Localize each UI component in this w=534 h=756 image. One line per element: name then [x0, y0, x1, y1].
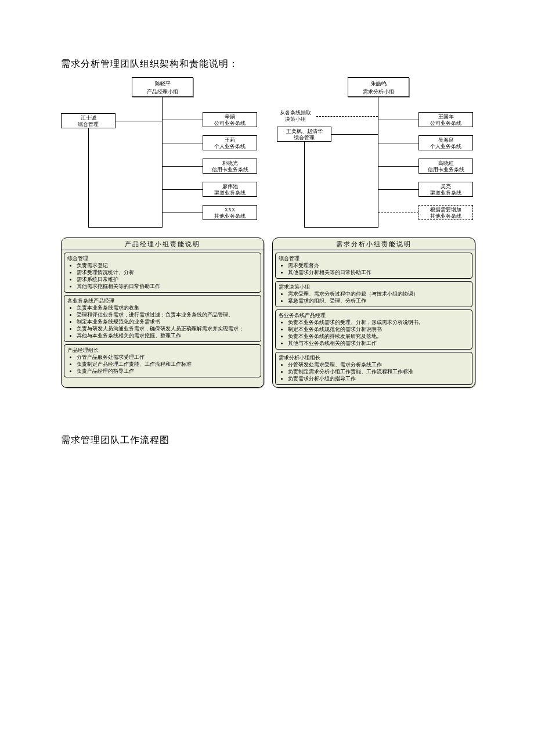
right-r-name-3: 吴亮: [441, 183, 451, 189]
resp-left-section-item: 其他需求挖掘相关等的日常协助工作: [77, 283, 258, 290]
left-mgmt-role: 综合管理: [78, 121, 99, 127]
left-r-box-3: 廖伟池 渠道业务条线: [203, 182, 257, 197]
line-r2: [163, 166, 203, 167]
resp-right-section-item: 紧急需求的组织、受理、分析工作: [288, 297, 469, 304]
resp-left-section-list-0: 负责需求登记需求受理情况统计、分析需求系统日常维护其他需求挖掘相关等的日常协助工…: [67, 262, 258, 290]
bottom-line-l: [88, 227, 163, 228]
right-left-line: [331, 134, 378, 135]
resp-left: 产品经理小组责能说明 综合管理负责需求登记需求受理情况统计、分析需求系统日常维护…: [61, 237, 264, 388]
trunk-line-r: [378, 97, 378, 228]
right-r-role-0: 公司业务条线: [430, 120, 461, 126]
left-r-role-2: 信用卡业务条线: [212, 167, 248, 172]
left-r-box-2: 朴晓光 信用卡业务条线: [203, 159, 257, 174]
rline-r3: [378, 189, 418, 190]
resp-right-section-item: 需求受理、需求分析过程中的仲裁（与技术小组的协调）: [288, 290, 469, 297]
resp-right-section-item: 负责本业务条线的持续发展研究及落地。: [288, 333, 469, 340]
left-r-name-3: 廖伟池: [222, 183, 238, 189]
org-charts-row: 陈晓平 产品经理小组 江士诚 综合管理 辛娟 公司业务条线 王莉 个人业务条线: [61, 77, 473, 234]
left-mgmt-box: 江士诚 综合管理: [61, 113, 116, 128]
resp-left-section-item: 负责需求登记: [77, 262, 258, 269]
resp-left-section-item: 其他与本业务条线相关的需求挖掘、整理工作: [77, 332, 258, 339]
resp-left-section-item: 负责本业务条线需求的收集: [77, 304, 258, 311]
rline-r2: [378, 166, 418, 167]
right-r-box-2: 高晓红 信用卡业务条线: [418, 159, 473, 174]
resp-left-section-item: 负责产品经理的指导工作: [77, 368, 258, 375]
org-chart-left: 陈晓平 产品经理小组 江士诚 综合管理 辛娟 公司业务条线 王莉 个人业务条线: [61, 77, 264, 234]
resp-right-section-head-2: 各业务条线产品经理: [279, 312, 469, 319]
resp-right-section-item: 分管研发处需求受理、需求分析条线工作: [288, 361, 469, 368]
resp-right-section-1: 需求决策小组需求受理、需求分析过程中的仲裁（与技术小组的协调）紧急需求的组织、受…: [275, 281, 472, 307]
main-title: 需求分析管理团队组织架构和责能说明：: [61, 58, 473, 70]
left-r-role-0: 公司业务条线: [214, 120, 246, 126]
resp-left-section-head-0: 综合管理: [67, 255, 258, 262]
org-chart-right: 朱皓鸣 需求分析小组 从各条线抽取决策小组 王奕枫、赵清华 综合管理 王国年 公…: [277, 77, 480, 234]
resp-left-section-head-1: 各业务条线产品经理: [67, 297, 258, 304]
resp-left-section-item: 制定本业务条线规范化的业务需求书: [77, 318, 258, 325]
right-left-note: 从各条线抽取决策小组: [275, 110, 316, 123]
right-r-box-1: 吴海良 个人业务条线: [418, 135, 473, 150]
right-head-box: 朱皓鸣 需求分析小组: [348, 77, 409, 97]
right-r-box-4: 根据需要增加 其他业务条线: [418, 205, 473, 220]
left-r-name-4: XXX: [225, 207, 235, 213]
resp-right: 需求分析小组责能说明 综合管理需求受理督办其他需求分析相关等的日常协助工作需求决…: [272, 237, 475, 388]
left-head-name: 陈晓平: [155, 81, 171, 87]
right-mgmt-role: 综合管理: [294, 135, 315, 141]
right-head-name: 朱皓鸣: [371, 81, 387, 87]
right-r-name-2: 高晓红: [438, 160, 454, 166]
left-r-name-2: 朴晓光: [222, 160, 238, 166]
resp-left-section-list-2: 分管产品服务处需求受理工作负责制定产品经理工作责能、工作流程和工作标准负责产品经…: [67, 354, 258, 375]
right-mgmt-name: 王奕枫、赵清华: [286, 128, 323, 134]
line-r4: [163, 213, 203, 213]
resp-right-section-list-2: 负责本业务条线需求的受理、分析，形成需求分析说明书。制定本业务条线规范化的需求分…: [279, 319, 469, 347]
left-r-role-4: 其他业务条线: [214, 213, 246, 219]
resp-right-section-item: 负责本业务条线需求的受理、分析，形成需求分析说明书。: [288, 319, 469, 326]
resp-right-section-item: 制定本业务条线规范化的需求分析说明书: [288, 326, 469, 333]
left-r-role-1: 个人业务条线: [214, 143, 246, 149]
right-r-name-4: 根据需要增加: [430, 207, 461, 213]
left-r-name-1: 王莉: [225, 137, 235, 143]
second-title: 需求管理团队工作流程图: [61, 434, 473, 447]
right-head-role: 需求分析小组: [363, 89, 394, 95]
left-r-role-3: 渠道业务条线: [214, 190, 246, 196]
resp-left-section-item: 分管产品服务处需求受理工作: [77, 354, 258, 361]
resp-right-section-3: 需求分析小组组长分管研发处需求受理、需求分析条线工作负责制定需求分析小组工作责能…: [275, 352, 472, 385]
bottom-vline-l: [88, 128, 89, 227]
rline-r4-dashed: [378, 213, 418, 213]
resp-left-section-list-1: 负责本业务条线需求的收集受理和评估业务需求，进行需求过滤；负责本业务条线的产品管…: [67, 304, 258, 339]
resp-right-section-list-0: 需求受理督办其他需求分析相关等的日常协助工作: [279, 262, 469, 276]
left-head-role: 产品经理小组: [147, 89, 178, 95]
right-r-name-0: 王国年: [438, 114, 454, 120]
line-r0: [163, 120, 203, 120]
resp-left-section-item: 需求受理情况统计、分析: [77, 269, 258, 276]
bottom-vline-r: [304, 142, 305, 227]
right-r-role-4: 其他业务条线: [430, 213, 461, 219]
dashed-hline: [316, 116, 378, 117]
rline-r1: [378, 143, 418, 143]
resp-right-section-head-0: 综合管理: [279, 255, 469, 262]
resp-right-section-head-3: 需求分析小组组长: [279, 354, 469, 361]
resp-right-section-head-1: 需求决策小组: [279, 283, 469, 290]
resp-right-title: 需求分析小组责能说明: [273, 238, 475, 250]
right-r-role-3: 渠道业务条线: [430, 190, 461, 196]
left-r-box-4: XXX 其他业务条线: [203, 205, 257, 220]
right-r-name-1: 吴海良: [438, 137, 454, 143]
left-r-box-1: 王莉 个人业务条线: [203, 135, 257, 150]
responsibilities-row: 产品经理小组责能说明 综合管理负责需求登记需求受理情况统计、分析需求系统日常维护…: [61, 237, 473, 388]
resp-right-section-list-1: 需求受理、需求分析过程中的仲裁（与技术小组的协调）紧急需求的组织、受理、分析工作: [279, 290, 469, 304]
resp-left-section-0: 综合管理负责需求登记需求受理情况统计、分析需求系统日常维护其他需求挖掘相关等的日…: [64, 253, 261, 293]
resp-right-section-item: 其他与本业务条线相关的需求分析工作: [288, 340, 469, 347]
resp-right-section-list-3: 分管研发处需求受理、需求分析条线工作负责制定需求分析小组工作责能、工作流程和工作…: [279, 361, 469, 382]
right-r-box-3: 吴亮 渠道业务条线: [418, 182, 473, 197]
trunk-line: [162, 97, 163, 228]
right-r-role-1: 个人业务条线: [430, 143, 461, 149]
resp-right-section-item: 其他需求分析相关等的日常协助工作: [288, 269, 469, 276]
resp-left-section-item: 负责制定产品经理工作责能、工作流程和工作标准: [77, 361, 258, 368]
right-r-box-0: 王国年 公司业务条线: [418, 112, 473, 127]
resp-right-section-item: 负责制定需求分析小组工作责能、工作流程和工作标准: [288, 368, 469, 375]
resp-right-section-item: 负责需求分析小组的指导工作: [288, 375, 469, 382]
left-r-name-0: 辛娟: [225, 114, 235, 120]
left-hline: [116, 121, 162, 121]
resp-left-section-item: 需求系统日常维护: [77, 276, 258, 283]
left-mgmt-name: 江士诚: [81, 115, 96, 121]
resp-right-section-item: 需求受理督办: [288, 262, 469, 269]
